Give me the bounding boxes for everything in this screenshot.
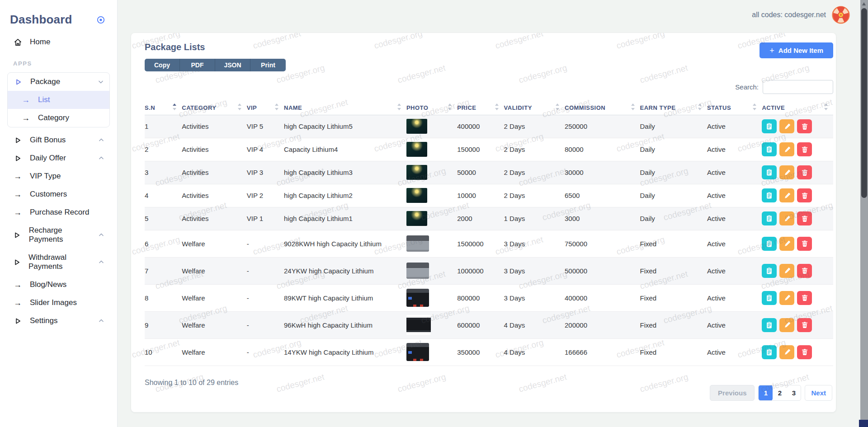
sort-carets-icon: [495, 103, 499, 110]
column-header-status[interactable]: STATUS: [707, 101, 762, 115]
cell-commission: 30000: [565, 161, 640, 184]
delete-button[interactable]: [797, 345, 812, 359]
page-button-3[interactable]: 3: [787, 385, 801, 401]
detail-button[interactable]: [762, 237, 777, 251]
next-page-button[interactable]: Next: [805, 385, 832, 401]
delete-button[interactable]: [797, 188, 812, 202]
cell-category: Welfare: [182, 338, 246, 366]
sidebar-item-package[interactable]: Package: [8, 73, 109, 91]
delete-button[interactable]: [797, 142, 812, 156]
cell-validity: 3 Days: [504, 257, 565, 284]
scrollbar-corner: [859, 420, 868, 427]
delete-button[interactable]: [797, 237, 812, 251]
detail-button[interactable]: [762, 119, 777, 133]
column-header-category[interactable]: CATEGORY: [182, 101, 246, 115]
previous-page-button[interactable]: Previous: [710, 385, 755, 401]
sidebar-item-gift-bonus[interactable]: Gift Bonus: [7, 131, 110, 149]
edit-button[interactable]: [779, 142, 794, 156]
detail-button[interactable]: [762, 142, 777, 156]
search-input[interactable]: [763, 80, 833, 94]
app-title: Dashboard: [10, 13, 72, 27]
sidebar-item-settings[interactable]: Settings: [7, 312, 110, 330]
sidebar-group-package: Package→List→Category: [7, 72, 110, 127]
edit-button[interactable]: [779, 165, 794, 179]
delete-button[interactable]: [797, 165, 812, 179]
cell-vip: VIP 4: [247, 138, 284, 161]
cell-sn: 6: [145, 230, 182, 257]
sidebar-item-recharge-payments[interactable]: Recharge Payments: [7, 221, 110, 249]
cell-price: 50000: [457, 161, 504, 184]
delete-button[interactable]: [797, 211, 812, 225]
product-photo: [406, 119, 427, 134]
edit-button[interactable]: [779, 119, 794, 133]
detail-button[interactable]: [762, 264, 777, 278]
watermark-text: codesger.org: [396, 372, 447, 394]
sidebar-item-purchase-record[interactable]: →Purchase Record: [7, 203, 110, 221]
cell-category: Activities: [182, 161, 246, 184]
sidebar-item-category[interactable]: →Category: [8, 109, 109, 127]
add-new-item-button[interactable]: + Add New Item: [760, 42, 833, 58]
column-header-validity[interactable]: VALIDITY: [504, 101, 565, 115]
delete-button[interactable]: [797, 119, 812, 133]
pagination: Previous123Next: [710, 385, 832, 401]
scrollbar-thumb[interactable]: [861, 8, 867, 198]
detail-button[interactable]: [762, 318, 777, 332]
detail-button[interactable]: [762, 345, 777, 359]
sidebar-item-list[interactable]: →List: [8, 91, 109, 109]
cell-actions: [762, 257, 833, 284]
column-header-name[interactable]: NAME: [284, 101, 406, 115]
edit-button[interactable]: [779, 318, 794, 332]
detail-button[interactable]: [762, 188, 777, 202]
export-pdf-button[interactable]: PDF: [180, 59, 215, 71]
column-header-price[interactable]: PRICE: [457, 101, 504, 115]
vertical-scrollbar[interactable]: [860, 0, 868, 427]
sidebar-item-customers[interactable]: →Customers: [7, 185, 110, 203]
sort-carets-icon: [631, 103, 635, 110]
column-header-photo[interactable]: PHOTO: [406, 101, 457, 115]
edit-button[interactable]: [779, 211, 794, 225]
sidebar-item-label: List: [38, 95, 50, 104]
column-header-earn-type[interactable]: EARN TYPE: [640, 101, 707, 115]
edit-button[interactable]: [779, 345, 794, 359]
cell-sn: 7: [145, 257, 182, 284]
export-copy-button[interactable]: Copy: [145, 59, 180, 71]
delete-button[interactable]: [797, 318, 812, 332]
cell-actions: [762, 230, 833, 257]
page-button-1[interactable]: 1: [759, 385, 773, 401]
cell-category: Activities: [182, 115, 246, 138]
column-header-vip[interactable]: VIP: [247, 101, 284, 115]
product-photo: [406, 343, 429, 361]
edit-button[interactable]: [779, 188, 794, 202]
sidebar-item-blog-news[interactable]: →Blog/News: [7, 276, 110, 294]
edit-button[interactable]: [779, 291, 794, 305]
column-header-s-n[interactable]: S.N: [145, 101, 182, 115]
delete-button[interactable]: [797, 264, 812, 278]
detail-button[interactable]: [762, 165, 777, 179]
sidebar-item-vip-type[interactable]: →VIP Type: [7, 167, 110, 185]
arrow-icon: →: [13, 281, 22, 289]
sidebar-item-daily-offer[interactable]: Daily Offer: [7, 149, 110, 167]
sidebar-item-withdrawal-payments[interactable]: Withdrawal Payments: [7, 249, 110, 276]
column-header-commission[interactable]: COMMISSION: [565, 101, 640, 115]
entries-info: Showing 1 to 10 of 29 entries: [145, 379, 238, 387]
edit-button[interactable]: [779, 237, 794, 251]
watermark-text: codesger.net: [396, 63, 447, 85]
cell-actions: [762, 184, 833, 207]
column-header-active[interactable]: ACTIVE: [762, 101, 833, 115]
scroll-up-arrow-icon[interactable]: [862, 2, 866, 5]
cell-sn: 8: [145, 284, 182, 311]
sidebar-item-slider-images[interactable]: →Slider Images: [7, 294, 110, 312]
watermark-text: codesger.org: [518, 63, 568, 85]
detail-button[interactable]: [762, 291, 777, 305]
export-json-button[interactable]: JSON: [215, 59, 250, 71]
page-button-2[interactable]: 2: [773, 385, 787, 401]
export-print-button[interactable]: Print: [250, 59, 286, 71]
sidebar-pin-icon[interactable]: [96, 15, 105, 24]
sidebar-item-home[interactable]: Home: [7, 33, 110, 51]
wheel-logo-icon[interactable]: [832, 6, 850, 24]
chevron-up-icon: [99, 155, 104, 161]
detail-button[interactable]: [762, 211, 777, 225]
edit-button[interactable]: [779, 264, 794, 278]
delete-button[interactable]: [797, 291, 812, 305]
cell-status: Active: [707, 161, 762, 184]
